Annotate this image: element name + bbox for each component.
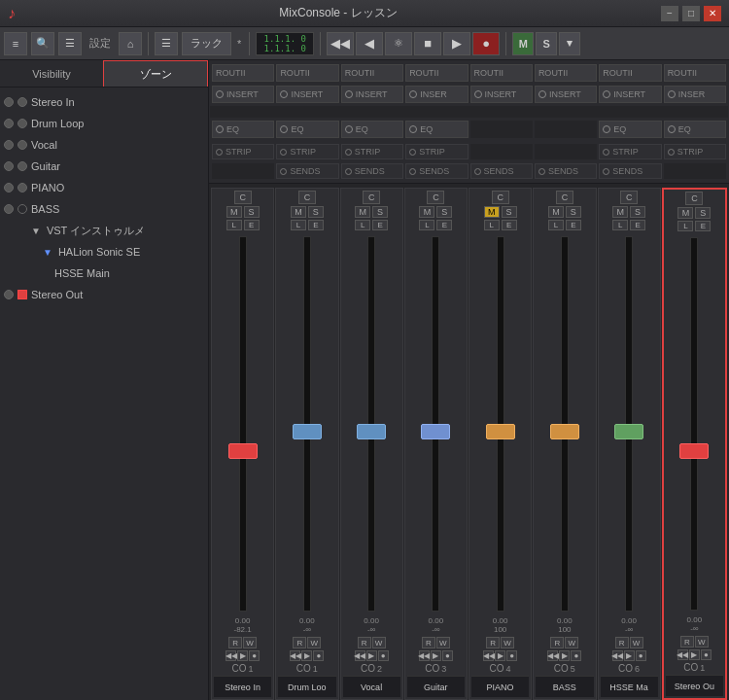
sends-cell[interactable]: SENDS [405, 163, 468, 179]
write-button[interactable]: W [630, 637, 643, 648]
zone-dot[interactable] [17, 204, 27, 214]
mute-button[interactable]: M [226, 206, 242, 218]
channel-c-button[interactable]: C [492, 191, 509, 204]
read-button[interactable]: R [615, 637, 629, 648]
read-button[interactable]: R [422, 637, 435, 648]
strip-cell[interactable]: STRIP [341, 144, 403, 159]
mini-button[interactable]: ● [313, 650, 324, 661]
mini-button[interactable]: ◀◀ [290, 650, 300, 661]
channel-name-label[interactable]: HSSE Ma [601, 676, 658, 697]
zone-dot[interactable] [17, 183, 27, 192]
play-button[interactable]: ▶ [443, 32, 470, 55]
write-button[interactable]: W [243, 637, 257, 648]
rewind-button[interactable]: ◀◀ [327, 32, 354, 55]
routing-cell[interactable]: ROUTII [341, 64, 403, 82]
visibility-dot[interactable] [4, 204, 14, 214]
insert-cell[interactable]: INSER [405, 86, 468, 103]
link-button[interactable]: L [291, 220, 306, 230]
sends-cell[interactable]: SENDS [535, 163, 597, 179]
routing-cell[interactable]: ROUTII [470, 64, 533, 82]
link-button[interactable]: L [484, 220, 500, 230]
headphone-button[interactable]: ⚛ [385, 32, 412, 55]
strip-cell[interactable]: STRIP [276, 144, 338, 159]
fader-handle[interactable] [293, 424, 322, 439]
visibility-dot[interactable] [4, 290, 14, 299]
zone-dot[interactable] [17, 97, 27, 107]
link-button[interactable]: L [677, 221, 693, 231]
fader-handle[interactable] [550, 424, 579, 439]
close-button[interactable]: ✕ [704, 6, 721, 21]
edit-button[interactable]: E [308, 220, 324, 230]
channel-name-label[interactable]: Stereo Ou [666, 675, 723, 696]
mini-button[interactable]: ◀◀ [483, 650, 494, 661]
mini-button[interactable]: ● [636, 650, 646, 661]
mini-button[interactable]: ● [506, 650, 517, 661]
mini-button[interactable]: ▶ [624, 650, 635, 661]
eq-cell[interactable]: EQ [405, 121, 468, 138]
channel-name-label[interactable]: Vocal [343, 676, 400, 697]
visibility-dot[interactable] [4, 140, 14, 150]
channel-c-button[interactable]: C [620, 191, 638, 204]
channel-c-button[interactable]: C [427, 191, 444, 204]
write-button[interactable]: W [501, 637, 514, 648]
edit-button[interactable]: E [695, 221, 711, 231]
insert-cell[interactable]: INSERT [470, 86, 533, 103]
write-button[interactable]: W [436, 637, 450, 648]
rack-button[interactable]: ラック [182, 32, 231, 55]
expand-arrow[interactable]: ▼ [31, 226, 41, 236]
insert-cell[interactable]: INSERT [535, 86, 597, 103]
zone-dot[interactable] [17, 161, 27, 171]
mini-button[interactable]: ▶ [431, 650, 441, 661]
channel-name-label[interactable]: Drum Loo [278, 676, 335, 697]
mute-button[interactable]: M [419, 206, 434, 218]
channel-c-button[interactable]: C [556, 191, 573, 204]
stop-button[interactable]: ■ [414, 32, 441, 55]
fader-handle[interactable] [679, 443, 709, 459]
zone-dot[interactable] [17, 140, 27, 150]
visibility-dot[interactable] [4, 161, 14, 171]
mute-button[interactable]: M [291, 206, 306, 218]
eq-cell[interactable]: EQ [341, 121, 403, 138]
read-button[interactable]: R [486, 637, 500, 648]
read-button[interactable]: R [358, 637, 371, 648]
mini-button[interactable]: ◀◀ [612, 650, 623, 661]
mix-button[interactable]: ≡ [4, 32, 27, 55]
fader-handle[interactable] [357, 424, 386, 439]
channel-c-button[interactable]: C [298, 191, 316, 204]
channel-name-label[interactable]: Stereo In [214, 676, 271, 697]
lines-button[interactable]: ☰ [155, 32, 178, 55]
mini-button[interactable]: ▶ [366, 650, 377, 661]
strip-cell[interactable]: STRIP [599, 144, 661, 159]
mute-button[interactable]: M [612, 206, 628, 218]
tab-visibility[interactable]: Visibility [0, 60, 103, 87]
write-button[interactable]: W [307, 637, 321, 648]
mini-button[interactable]: ◀◀ [226, 650, 236, 661]
eq-cell[interactable]: EQ [599, 121, 661, 138]
mini-button[interactable]: ● [571, 650, 581, 661]
edit-button[interactable]: E [630, 220, 645, 230]
insert-cell[interactable]: INSERT [599, 86, 661, 103]
tab-zone[interactable]: ゾーン [103, 60, 208, 87]
maximize-button[interactable]: □ [682, 6, 700, 21]
sends-cell[interactable]: SENDS [276, 163, 338, 179]
eq-cell[interactable]: EQ [276, 121, 338, 138]
solo-button[interactable]: S [372, 206, 388, 218]
routing-cell[interactable]: ROUTII [535, 64, 597, 82]
zone-dot-red[interactable] [17, 290, 27, 299]
expand-arrow[interactable]: ▼ [43, 247, 52, 258]
write-button[interactable]: W [565, 637, 578, 648]
insert-cell[interactable]: INSERT [212, 86, 274, 103]
mini-button[interactable]: ● [442, 650, 453, 661]
m-button[interactable]: M [512, 32, 534, 55]
link-button[interactable]: L [226, 220, 242, 230]
solo-button[interactable]: S [308, 206, 324, 218]
mini-button[interactable]: ● [701, 649, 712, 660]
insert-cell[interactable]: INSERT [276, 86, 338, 103]
link-button[interactable]: L [612, 220, 628, 230]
down-arrow-button[interactable]: ▾ [559, 32, 580, 55]
insert-cell[interactable]: INSERT [341, 86, 403, 103]
edit-button[interactable]: E [502, 220, 517, 230]
link-button[interactable]: L [548, 220, 564, 230]
fader-handle[interactable] [228, 443, 258, 459]
mini-button[interactable]: ◀◀ [677, 649, 688, 660]
